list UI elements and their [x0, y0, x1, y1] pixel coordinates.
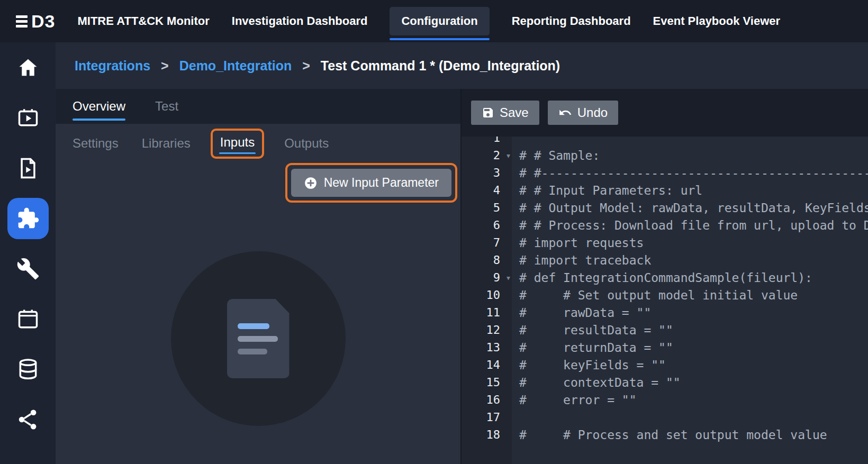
- sidebar-item-utilities[interactable]: [7, 248, 49, 289]
- save-button[interactable]: Save: [471, 101, 539, 125]
- code-line: 3# #------------------------------------…: [462, 164, 868, 181]
- nav-mitre-attack-monitor[interactable]: MITRE ATT&CK Monitor: [77, 7, 209, 35]
- sidebar-item-database[interactable]: [7, 349, 49, 390]
- code-panel: Save Undo 1 2▾# # Sample: [460, 89, 868, 464]
- subtab-outputs[interactable]: Outputs: [284, 136, 329, 151]
- save-icon: [482, 106, 494, 119]
- subtab-libraries[interactable]: Libraries: [142, 136, 191, 151]
- code-text: # import requests: [512, 236, 644, 250]
- main-panels: Overview Test Settings Libraries Inputs …: [56, 89, 868, 464]
- breadcrumb-demo-integration[interactable]: Demo_Integration: [179, 58, 292, 74]
- sidebar-item-schedule[interactable]: [7, 298, 49, 340]
- line-number: 12: [486, 323, 501, 336]
- fold-toggle-icon[interactable]: ▾: [507, 151, 510, 160]
- empty-state: [56, 212, 460, 464]
- tools-icon: [16, 257, 40, 280]
- d3-logo[interactable]: D3: [16, 11, 55, 32]
- code-text: # # Process: Download file from url, upl…: [512, 219, 868, 232]
- command-panel: Overview Test Settings Libraries Inputs …: [56, 89, 460, 464]
- code-line: 15# contextData = "": [462, 374, 868, 391]
- line-number: 2: [493, 149, 500, 162]
- code-line: 4# # Input Parameters: url: [462, 181, 868, 199]
- icon-sidebar: [0, 42, 56, 464]
- breadcrumb-current: Test Command 1 * (Demo_Integration): [321, 58, 560, 74]
- code-line: 7# import requests: [462, 234, 868, 251]
- code-text: # #-------------------------------------…: [512, 166, 868, 180]
- puzzle-icon: [16, 207, 40, 230]
- breadcrumb-integrations[interactable]: Integrations: [75, 58, 150, 74]
- code-text: # keyFields = "": [512, 358, 666, 372]
- document-line: [238, 323, 269, 329]
- sidebar-item-monitor[interactable]: [7, 97, 49, 139]
- empty-document-icon: [227, 299, 290, 378]
- undo-button[interactable]: Undo: [548, 101, 618, 125]
- line-number: 3: [493, 166, 500, 179]
- d3-logo-text: D3: [31, 11, 55, 32]
- home-icon: [16, 56, 40, 79]
- new-input-parameter-button[interactable]: New Input Parameter: [291, 169, 451, 197]
- code-editor[interactable]: 1 2▾# # Sample: 3# #--------------------…: [462, 137, 868, 464]
- fold-toggle-icon[interactable]: ▾: [507, 274, 510, 282]
- document-line: [238, 349, 267, 354]
- breadcrumb-separator-icon: >: [161, 58, 169, 74]
- line-number: 9: [493, 271, 500, 284]
- code-line: 13# returnData = "": [462, 339, 868, 356]
- subtab-settings[interactable]: Settings: [73, 136, 119, 151]
- undo-icon: [558, 106, 572, 120]
- line-number: 6: [493, 219, 500, 232]
- share-network-icon: [16, 408, 40, 431]
- document-line: [238, 336, 278, 342]
- code-line: 9▾# def IntegrationCommandSample(fileurl…: [462, 269, 868, 286]
- content-area: Integrations > Demo_Integration > Test C…: [56, 42, 868, 464]
- code-text: # returnData = "": [512, 341, 673, 354]
- panel-tabs: Overview Test: [56, 89, 460, 124]
- code-text: # # Process and set output model value: [512, 428, 827, 442]
- code-text: # resultData = "": [512, 323, 673, 337]
- sidebar-item-home[interactable]: [7, 47, 49, 88]
- nav-event-playbook-viewer[interactable]: Event Playbook Viewer: [653, 7, 780, 35]
- code-line: 17: [462, 408, 868, 426]
- line-number: 10: [486, 288, 501, 302]
- sidebar-item-connections[interactable]: [7, 399, 49, 440]
- code-text: # import traceback: [512, 253, 651, 267]
- line-number: 15: [486, 376, 501, 389]
- tab-overview[interactable]: Overview: [73, 89, 125, 124]
- plus-circle-icon: [304, 176, 318, 190]
- subtab-inputs[interactable]: Inputs: [220, 135, 255, 149]
- code-line: 11# rawData = "": [462, 304, 868, 321]
- sidebar-item-integrations[interactable]: [7, 198, 49, 239]
- undo-label: Undo: [577, 105, 608, 120]
- code-text: # # Input Parameters: url: [512, 184, 702, 197]
- code-line: 5# # Output Model: rawData, resultData, …: [462, 199, 868, 216]
- line-number: 4: [493, 184, 500, 197]
- save-label: Save: [500, 105, 529, 120]
- file-play-icon: [16, 157, 40, 180]
- empty-state-circle: [171, 251, 346, 426]
- main-layout: Integrations > Demo_Integration > Test C…: [0, 42, 868, 464]
- calendar-icon: [16, 307, 40, 331]
- code-line: 16# error = "": [462, 391, 868, 408]
- top-navigation: D3 MITRE ATT&CK Monitor Investigation Da…: [0, 0, 868, 42]
- d3-logo-icon: [16, 15, 28, 28]
- line-number: 14: [486, 358, 501, 371]
- code-lines: 1 2▾# # Sample: 3# #--------------------…: [462, 137, 868, 443]
- new-input-button-highlight: New Input Parameter: [285, 163, 457, 203]
- code-text: # def IntegrationCommandSample(fileurl):: [512, 271, 812, 285]
- nav-investigation-dashboard[interactable]: Investigation Dashboard: [232, 7, 368, 35]
- line-number: 17: [486, 411, 501, 424]
- code-line: 1: [462, 137, 868, 147]
- line-number: 5: [493, 201, 500, 214]
- line-number: 16: [486, 393, 501, 406]
- inputs-tab-highlight: Inputs: [211, 129, 264, 159]
- breadcrumb: Integrations > Demo_Integration > Test C…: [56, 42, 868, 89]
- tab-test[interactable]: Test: [155, 89, 178, 124]
- code-line: 10# # Set output model initial value: [462, 286, 868, 304]
- sidebar-item-playbooks[interactable]: [7, 148, 49, 189]
- line-number: 13: [486, 341, 501, 354]
- nav-configuration[interactable]: Configuration: [390, 7, 489, 35]
- new-input-parameter-label: New Input Parameter: [324, 176, 439, 190]
- code-line: 18# # Process and set output model value: [462, 426, 868, 443]
- nav-reporting-dashboard[interactable]: Reporting Dashboard: [512, 7, 631, 35]
- line-number: 18: [486, 428, 501, 441]
- line-number: 1: [493, 137, 500, 144]
